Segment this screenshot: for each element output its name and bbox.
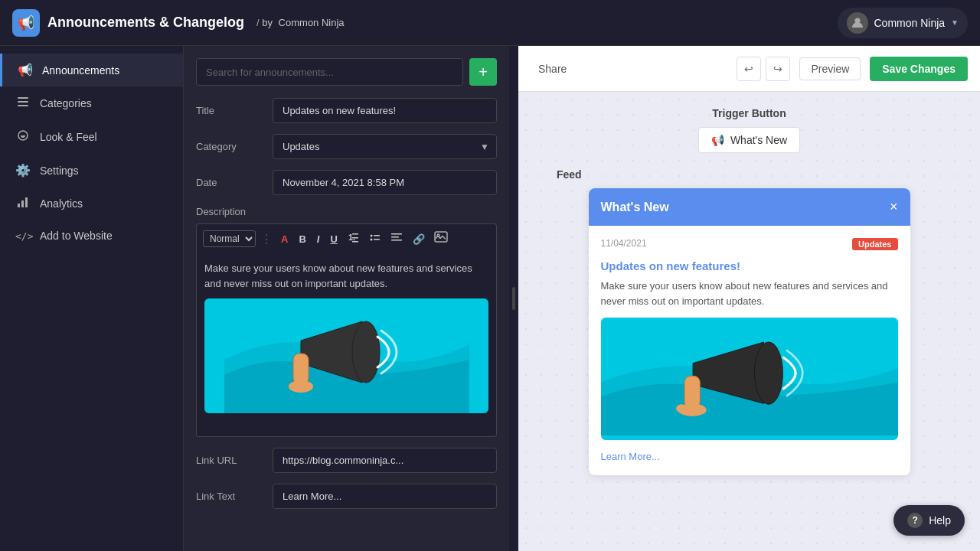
link-btn[interactable]: 🔗 bbox=[409, 231, 429, 247]
trigger-section-label: Trigger Button bbox=[698, 107, 800, 119]
description-section: Description Normal ⋮ A B I U 1. bbox=[196, 206, 497, 437]
save-changes-button[interactable]: Save Changes bbox=[870, 57, 968, 81]
date-input[interactable] bbox=[273, 170, 497, 195]
header-right: Common Ninja ▼ bbox=[838, 8, 969, 38]
feed-item-image bbox=[601, 318, 898, 440]
help-button[interactable]: ? Help bbox=[893, 505, 965, 536]
align-btn[interactable] bbox=[387, 231, 406, 247]
sidebar-item-categories[interactable]: Categories bbox=[0, 86, 183, 120]
category-select-wrapper: Updates News Bug Fixes Features ▼ bbox=[273, 134, 497, 159]
categories-icon bbox=[15, 96, 31, 111]
help-icon: ? bbox=[907, 513, 923, 528]
redo-button[interactable]: ↪ bbox=[766, 57, 790, 81]
editor-image bbox=[204, 298, 488, 413]
sidebar-item-look-feel[interactable]: Look & Feel bbox=[0, 120, 183, 154]
header-logo: 📢 Announcements & Changelog / by Common … bbox=[12, 9, 838, 37]
title-row: Title bbox=[196, 98, 497, 123]
link-text-label: Link Text bbox=[196, 491, 265, 502]
learn-more-link[interactable]: Learn More... bbox=[601, 451, 660, 462]
svg-rect-18 bbox=[391, 240, 402, 241]
sidebar-item-add-to-website-label: Add to Website bbox=[40, 230, 113, 242]
svg-rect-11 bbox=[352, 241, 358, 243]
link-url-input[interactable] bbox=[273, 448, 497, 473]
search-input[interactable] bbox=[196, 58, 463, 86]
sidebar: 📢 Announcements Categories Look & Feel bbox=[0, 46, 184, 551]
image-btn[interactable] bbox=[432, 229, 450, 249]
undo-button[interactable]: ↩ bbox=[737, 57, 761, 81]
link-url-label: Link URL bbox=[196, 455, 265, 466]
feed-megaphone-illustration bbox=[601, 318, 898, 440]
look-feel-icon bbox=[15, 129, 31, 145]
right-toolbar: Share ↩ ↪ Preview Save Changes bbox=[518, 46, 980, 92]
announcement-form: Title Category Updates News Bug Fixes Fe… bbox=[184, 98, 509, 551]
svg-rect-5 bbox=[18, 204, 20, 207]
description-label: Description bbox=[196, 206, 497, 217]
category-label: Category bbox=[196, 141, 265, 152]
feed-item-badge: Updates bbox=[852, 238, 897, 250]
app-header: 📢 Announcements & Changelog / by Common … bbox=[0, 0, 980, 46]
editor-toolbar: Normal ⋮ A B I U 1. bbox=[196, 223, 497, 253]
add-announcement-button[interactable]: + bbox=[469, 58, 497, 86]
svg-rect-10 bbox=[352, 237, 358, 239]
feed-close-button[interactable]: × bbox=[890, 199, 898, 215]
svg-point-22 bbox=[352, 321, 380, 383]
ordered-list-btn[interactable]: 1. bbox=[345, 230, 363, 248]
italic-btn[interactable]: I bbox=[313, 231, 324, 247]
sidebar-item-look-feel-label: Look & Feel bbox=[40, 131, 97, 143]
panel-divider[interactable] bbox=[509, 46, 518, 551]
link-text-row: Link Text bbox=[196, 484, 497, 509]
link-text-input[interactable] bbox=[273, 484, 497, 509]
add-to-website-icon: </> bbox=[15, 230, 31, 242]
sidebar-item-announcements[interactable]: 📢 Announcements bbox=[0, 54, 183, 86]
trigger-button-preview[interactable]: 📢 What's New bbox=[698, 127, 800, 153]
feed-card: What's New × Updates 11/04/2021 Updates … bbox=[589, 188, 910, 475]
feed-card-body: Updates 11/04/2021 Updates on new featur… bbox=[589, 226, 910, 475]
underline-btn[interactable]: U bbox=[326, 231, 341, 247]
category-select[interactable]: Updates News Bug Fixes Features bbox=[273, 134, 497, 159]
svg-point-12 bbox=[370, 234, 372, 236]
sidebar-item-settings[interactable]: ⚙️ Settings bbox=[0, 154, 183, 187]
user-badge[interactable]: Common Ninja ▼ bbox=[838, 8, 969, 38]
date-row: Date bbox=[196, 170, 497, 195]
main-layout: 📢 Announcements Categories Look & Feel bbox=[0, 46, 980, 551]
user-name: Common Ninja bbox=[874, 17, 946, 29]
feed-card-title: What's New bbox=[601, 201, 669, 214]
editor-text: Make sure your users know about new feat… bbox=[204, 261, 488, 291]
svg-rect-15 bbox=[374, 239, 380, 240]
svg-rect-23 bbox=[293, 354, 309, 384]
center-panel: + Title Category Updates News Bug Fixes … bbox=[184, 46, 509, 551]
feed-item-title: Updates on new features! bbox=[601, 259, 898, 272]
right-panel: Share ↩ ↪ Preview Save Changes Trigger B… bbox=[518, 46, 980, 551]
date-label: Date bbox=[196, 177, 265, 188]
svg-rect-16 bbox=[391, 233, 402, 235]
text-style-select[interactable]: Normal bbox=[203, 230, 256, 247]
bold-btn[interactable]: B bbox=[295, 231, 309, 247]
sidebar-item-analytics[interactable]: Analytics bbox=[0, 187, 183, 220]
svg-rect-17 bbox=[391, 236, 399, 238]
svg-rect-3 bbox=[18, 105, 28, 106]
link-url-row: Link URL bbox=[196, 448, 497, 473]
trigger-btn-icon: 📢 bbox=[711, 134, 724, 146]
svg-point-26 bbox=[754, 342, 782, 404]
title-label: Title bbox=[196, 105, 265, 116]
sidebar-item-add-to-website[interactable]: </> Add to Website bbox=[0, 220, 183, 251]
preview-button[interactable]: Preview bbox=[799, 57, 861, 80]
help-label: Help bbox=[929, 514, 951, 527]
svg-rect-1 bbox=[18, 97, 28, 99]
title-input[interactable] bbox=[273, 98, 497, 123]
sidebar-item-categories-label: Categories bbox=[40, 97, 92, 109]
unordered-list-btn[interactable] bbox=[366, 230, 384, 248]
app-title: Announcements & Changelog bbox=[47, 15, 244, 31]
svg-rect-7 bbox=[25, 197, 28, 207]
undo-redo-group: ↩ ↪ bbox=[737, 57, 790, 81]
analytics-icon bbox=[15, 196, 31, 211]
editor-body[interactable]: Make sure your users know about new feat… bbox=[196, 253, 497, 437]
divider-handle-icon bbox=[512, 287, 515, 310]
svg-rect-27 bbox=[684, 376, 700, 408]
app-logo-icon: 📢 bbox=[12, 9, 40, 37]
search-bar: + bbox=[184, 46, 509, 98]
announcements-icon: 📢 bbox=[18, 63, 33, 77]
share-button[interactable]: Share bbox=[531, 58, 574, 80]
sidebar-item-announcements-label: Announcements bbox=[42, 64, 119, 77]
font-color-btn[interactable]: A bbox=[277, 231, 292, 247]
